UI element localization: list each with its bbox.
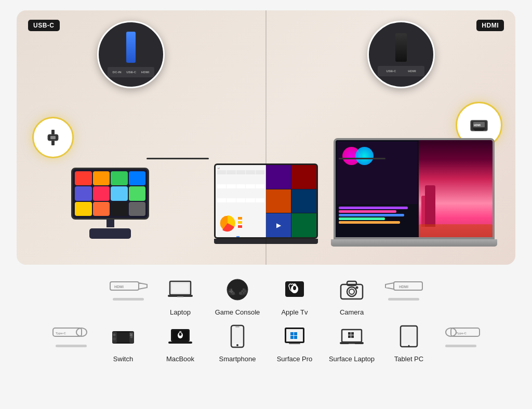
surface-laptop-icon [335, 321, 369, 352]
device-item-tablet-pc: Tablet PC [380, 321, 437, 363]
surface-pro-svg [281, 323, 308, 350]
svg-rect-69 [233, 328, 242, 343]
switch-icon [107, 321, 140, 352]
switch-label: Switch [113, 355, 133, 363]
svg-rect-9 [238, 217, 242, 220]
svg-rect-67 [168, 342, 192, 344]
svg-rect-16 [236, 236, 240, 237]
port-strip-left: DC-IN USB-C HDMI [108, 67, 154, 77]
app-icon [93, 186, 110, 200]
typec-left-svg: Type-C [52, 324, 91, 340]
hero-section: USB-C HDMI DC-IN USB-C HDMI USB-C HDMI [17, 10, 515, 265]
game-console-svg [224, 276, 251, 303]
typec-connector-right-icon: Type-C [442, 323, 481, 342]
svg-rect-41 [347, 281, 356, 285]
app-icon [129, 186, 146, 200]
hdmi-connector-right-icon: HDMI [384, 277, 423, 295]
game-console-label: Game Console [215, 308, 260, 317]
svg-text:HDMI: HDMI [114, 285, 124, 289]
tablet-device [66, 168, 154, 239]
device-item-game-console: Game Console [209, 274, 266, 317]
laptop-svg [167, 276, 194, 303]
svg-rect-2 [51, 130, 55, 134]
device-item-macbook: MacBook [152, 321, 209, 363]
device-item-surface-laptop: Surface Laptop [323, 321, 380, 363]
svg-rect-80 [348, 332, 351, 335]
hdmi-connector-left-item: HDMI [105, 274, 152, 301]
typec-connector-left-item: Type-C [48, 321, 95, 347]
svg-rect-74 [290, 332, 294, 335]
svg-point-34 [243, 292, 245, 294]
surface-pro-icon [278, 321, 312, 352]
svg-marker-46 [385, 283, 394, 289]
smartphone-label: Smartphone [219, 355, 256, 363]
typec-connector-left-icon: Type-C [52, 323, 91, 342]
app-icon [129, 171, 146, 185]
cable-left [147, 158, 209, 159]
surface-pro-label: Surface Pro [277, 355, 313, 363]
tablet-pc-label: Tablet PC [394, 355, 423, 363]
laptop-label: Laptop [170, 308, 191, 317]
svg-rect-81 [351, 332, 354, 335]
svg-rect-53 [112, 332, 117, 343]
tablet-screen [71, 168, 149, 220]
hdmi-icon: HDMI [467, 113, 491, 138]
apple-tv-icon [278, 274, 312, 305]
hdmi-cable-visual [395, 33, 407, 62]
monitor-footer [214, 239, 318, 244]
connector-bar [113, 298, 144, 301]
svg-rect-22 [171, 283, 189, 293]
surface-laptop-label: Surface Laptop [329, 355, 375, 363]
center-monitor: 📊 [214, 163, 318, 244]
svg-marker-19 [139, 283, 147, 289]
hdmi-connector-right-svg: HDMI [384, 278, 423, 294]
laptop-base [331, 239, 497, 247]
svg-point-59 [130, 333, 131, 334]
connector-bar [56, 345, 87, 347]
connector-bar [445, 345, 476, 347]
svg-rect-82 [348, 335, 351, 338]
svg-point-42 [347, 287, 356, 296]
svg-rect-71 [235, 326, 240, 328]
device-item-surface-pro: Surface Pro [266, 321, 323, 363]
switch-svg [110, 323, 137, 350]
camera-icon [335, 274, 369, 305]
svg-point-60 [131, 333, 132, 334]
usbc-icon-circle [32, 117, 74, 158]
svg-marker-5 [473, 128, 485, 131]
app-icon [129, 202, 146, 216]
smartphone-svg [224, 323, 251, 350]
svg-point-66 [179, 333, 182, 336]
laptop-device [334, 138, 495, 247]
svg-point-43 [349, 289, 354, 294]
app-icon [75, 171, 92, 185]
usbc-bubble: DC-IN USB-C HDMI [97, 21, 165, 88]
svg-rect-83 [351, 335, 354, 338]
svg-point-88 [408, 345, 410, 346]
smartphone-icon [221, 321, 255, 352]
port-strip-right: USB-C HDMI [378, 66, 424, 76]
app-icon [93, 202, 110, 216]
tablet-app-grid [73, 169, 148, 218]
hdmi-connector-left-icon: HDMI [109, 277, 148, 295]
svg-rect-52 [116, 333, 130, 342]
macbook-icon [164, 321, 197, 352]
device-item-camera: Camera [323, 274, 380, 317]
svg-point-57 [130, 335, 133, 338]
usbc-cable-visual [126, 32, 136, 63]
app-icon [93, 171, 110, 185]
laptop-scene-panel [419, 140, 493, 237]
surface-laptop-svg [338, 323, 365, 350]
macbook-svg [167, 323, 194, 350]
hdmi-bubble: USB-C HDMI [367, 21, 435, 88]
typec-right-svg: Type-C [442, 324, 481, 340]
svg-point-33 [241, 290, 243, 292]
svg-point-44 [356, 287, 358, 289]
device-item-switch: Switch [95, 321, 152, 363]
compatibility-section: HDMI Laptop [0, 274, 532, 363]
devices-row-2: Type-C [10, 321, 522, 363]
svg-point-39 [293, 286, 296, 290]
svg-rect-85 [349, 344, 355, 344]
device-item-smartphone: Smartphone [209, 321, 266, 363]
camera-label: Camera [340, 308, 364, 317]
